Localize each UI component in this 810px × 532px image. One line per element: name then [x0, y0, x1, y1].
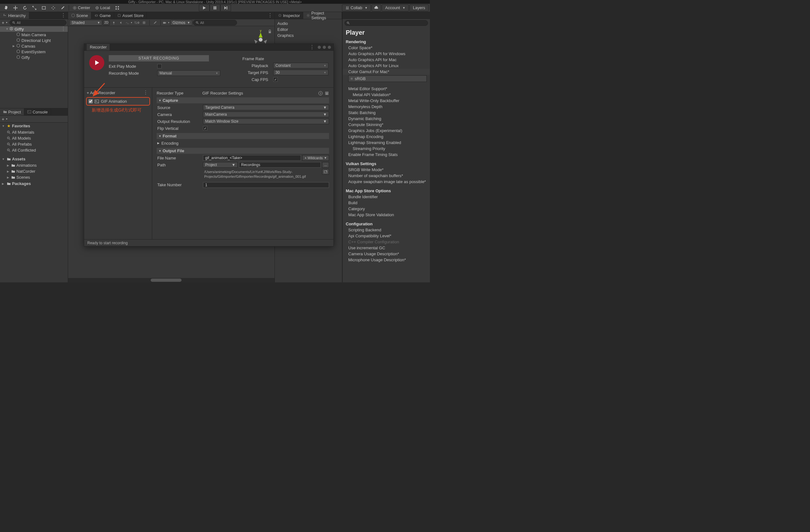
settings-category-item[interactable]: Graphics [275, 32, 342, 38]
settings-row[interactable]: Memoryless Depth [343, 104, 430, 110]
hierarchy-create-button[interactable]: +▼ [1, 20, 8, 26]
settings-row[interactable]: Number of swapchain buffers* [343, 173, 430, 179]
expand-arrow-icon[interactable]: ▼ [6, 28, 10, 31]
tab-project[interactable]: Project [0, 109, 24, 115]
account-dropdown[interactable]: Account▼ [382, 4, 409, 11]
settings-row[interactable]: Metal Write-Only Backbuffer [343, 98, 430, 104]
scale-tool-icon[interactable] [30, 4, 39, 11]
gizmos-dropdown[interactable]: Gizmos▼ [170, 20, 192, 26]
file-name-input[interactable]: gif_animation_<Take> [203, 155, 301, 161]
scene-panel-options-icon[interactable]: ⋮ [268, 13, 273, 18]
settings-row[interactable]: Microphone Usage Description* [343, 257, 430, 263]
mode-2d-toggle[interactable]: 2D [103, 20, 110, 26]
output-file-foldout[interactable]: ▼Output File [157, 148, 329, 154]
settings-row[interactable]: Static Batching [343, 110, 430, 116]
expand-arrow-icon[interactable]: ▶ [7, 164, 10, 167]
grid-icon[interactable] [141, 20, 147, 26]
cloud-button-icon[interactable] [372, 4, 381, 11]
shading-mode-dropdown[interactable]: Shaded▼ [69, 20, 102, 26]
settings-row[interactable]: Lightmap Streaming Enabled [343, 140, 430, 146]
settings-row[interactable]: Bundle Identifier [343, 194, 430, 200]
format-foldout[interactable]: ▼Format [157, 133, 329, 139]
settings-row[interactable]: Color Space* [343, 45, 430, 51]
capture-foldout[interactable]: ▼Capture [157, 97, 329, 103]
encoding-foldout[interactable]: ▶Encoding [157, 140, 329, 147]
move-tool-icon[interactable] [11, 4, 20, 11]
hierarchy-item[interactable]: Directional Light [0, 37, 68, 43]
reveal-path-button[interactable] [322, 169, 329, 175]
snap-tool-icon[interactable] [113, 4, 122, 11]
playback-dropdown[interactable]: Constant▼ [273, 63, 328, 68]
settings-row[interactable]: Enable Frame Timing Stats [343, 151, 430, 158]
hierarchy-options-icon[interactable]: ⋮ [61, 13, 66, 18]
settings-row[interactable]: SRGB Write Mode* [343, 167, 430, 173]
scene-horizontal-scrollbar[interactable] [68, 278, 275, 283]
settings-row[interactable]: Compute Skinning* [343, 122, 430, 128]
settings-row[interactable]: Auto Graphics API for Mac [343, 57, 430, 63]
local-global-toggle[interactable]: Local [93, 4, 113, 11]
source-dropdown[interactable]: Targeted Camera▼ [203, 104, 329, 110]
camera-dropdown[interactable]: MainCamera▼ [203, 112, 329, 117]
flip-vertical-checkbox[interactable] [203, 126, 207, 130]
exit-play-checkbox[interactable] [157, 64, 162, 68]
settings-row[interactable]: Dynamic Batching [343, 116, 430, 122]
tab-asset-store[interactable]: Asset Store [114, 12, 147, 19]
recorder-list-item-gif[interactable]: GIF Animation [86, 97, 150, 106]
project-create-button[interactable]: +▼ [1, 116, 8, 122]
layers-dropdown[interactable]: Layers [409, 4, 428, 11]
expand-arrow-icon[interactable]: ▶ [13, 45, 16, 48]
tab-project-settings[interactable]: Project Settings [303, 12, 342, 19]
hierarchy-item[interactable]: EventSystem [0, 49, 68, 54]
custom-tool-icon[interactable] [58, 4, 67, 11]
collab-button[interactable]: Collab▼ [342, 4, 371, 11]
cap-fps-checkbox[interactable] [273, 77, 278, 82]
favorite-search-item[interactable]: All Models [0, 135, 68, 141]
settings-row[interactable]: Metal API Validation* [343, 92, 430, 98]
asset-folder-item[interactable]: ▶NatCorder [0, 168, 68, 174]
take-number-input[interactable]: 1 [203, 182, 329, 188]
lock-icon[interactable] [268, 29, 272, 34]
hidden-objects-icon[interactable]: 0 [133, 20, 140, 26]
hand-tool-icon[interactable] [1, 4, 11, 11]
pause-button[interactable] [210, 4, 220, 11]
settings-row[interactable]: Use incremental GC [343, 245, 430, 251]
hierarchy-search[interactable]: All [10, 20, 66, 26]
settings-row[interactable]: Acquire swapchain image late as possible… [343, 179, 430, 185]
recorder-list-options-icon[interactable]: ⋮ [143, 90, 148, 95]
settings-row[interactable]: Auto Graphics API for Windows [343, 51, 430, 57]
help-icon[interactable]: ? [318, 91, 323, 96]
settings-row[interactable]: Metal Editor Support* [343, 86, 430, 92]
close-icon[interactable] [328, 46, 331, 49]
output-res-dropdown[interactable]: Match Window Size▼ [203, 118, 329, 124]
tab-hierarchy[interactable]: Hierarchy [0, 12, 29, 19]
audio-toggle-icon[interactable] [118, 20, 125, 26]
scene-search[interactable]: All [193, 20, 237, 26]
settings-row[interactable]: Graphics Jobs (Experimental) [343, 128, 430, 134]
assets-header[interactable]: ▼ Assets [0, 156, 68, 162]
tool-settings-icon[interactable] [151, 20, 159, 26]
favorite-search-item[interactable]: All Materials [0, 129, 68, 135]
settings-row[interactable]: Mac App Store Validation [343, 212, 430, 218]
camera-icon[interactable]: ▼ [163, 20, 169, 26]
recorder-item-checkbox[interactable] [88, 99, 93, 103]
settings-category-item[interactable]: Audio [275, 20, 342, 27]
asset-folder-item[interactable]: ▶Animations [0, 162, 68, 168]
hierarchy-item[interactable]: Giffy [0, 54, 68, 60]
favorite-search-item[interactable]: All Prefabs [0, 141, 68, 147]
favorites-header[interactable]: ▼★Favorites [0, 123, 68, 129]
minimize-icon[interactable] [318, 46, 321, 49]
settings-row[interactable]: Build [343, 200, 430, 206]
scene-header-row[interactable]: ▼ Giffy ⋮ [0, 26, 68, 32]
settings-row[interactable]: Streaming Priority [343, 146, 430, 151]
browse-path-button[interactable]: ... [322, 162, 329, 168]
maximize-icon[interactable] [323, 46, 326, 49]
settings-row[interactable]: Api Compatibility Level* [343, 233, 430, 239]
tab-inspector[interactable]: Inspector [275, 12, 303, 19]
pivot-center-toggle[interactable]: Center [70, 4, 93, 11]
expand-arrow-icon[interactable]: ▶ [7, 176, 10, 179]
transform-tool-icon[interactable] [49, 4, 58, 11]
settings-row[interactable]: Scripting Backend [343, 227, 430, 233]
asset-folder-item[interactable]: ▶Scenes [0, 174, 68, 180]
project-settings-search[interactable] [344, 20, 428, 26]
rect-tool-icon[interactable] [39, 4, 49, 11]
